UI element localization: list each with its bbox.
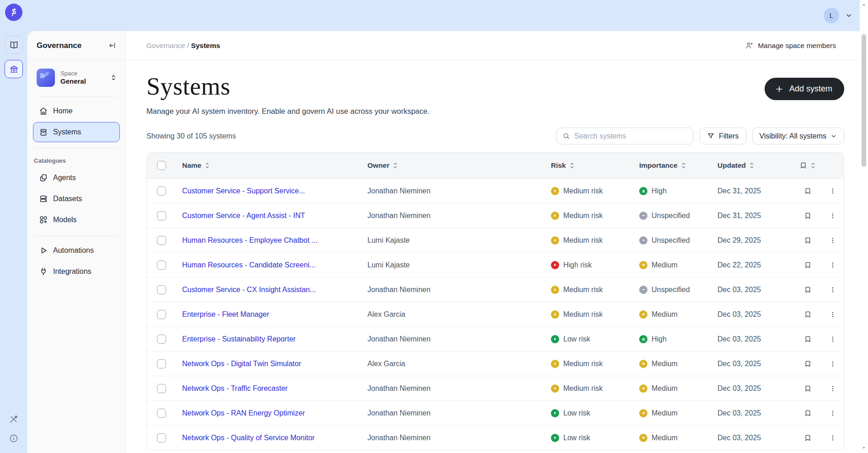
row-checkbox[interactable] (157, 187, 166, 196)
tools-icon[interactable] (9, 415, 18, 424)
column-header-importance[interactable]: Importance (639, 161, 717, 170)
user-avatar[interactable]: L (824, 8, 839, 23)
row-checkbox[interactable] (157, 335, 166, 344)
bookmark-button[interactable] (802, 234, 814, 246)
breadcrumb-parent[interactable]: Governance (146, 42, 185, 49)
search-input[interactable] (574, 132, 688, 140)
importance-badge: Unspecified (639, 286, 717, 294)
sidebar-section-catalogues: Catalogues (27, 153, 125, 168)
row-checkbox[interactable] (157, 384, 166, 393)
sidebar-item-agents[interactable]: Agents (33, 168, 120, 188)
system-name-link[interactable]: Network Ops - Traffic Forecaster (182, 384, 367, 393)
row-checkbox[interactable] (157, 261, 166, 270)
row-checkbox[interactable] (157, 359, 166, 368)
sidebar-divider (35, 235, 118, 236)
row-actions-button[interactable] (827, 333, 838, 345)
kebab-menu-icon (829, 335, 836, 343)
row-actions-button[interactable] (827, 383, 838, 394)
scrollbar-thumb[interactable] (862, 34, 866, 167)
space-switcher-chevrons-icon[interactable] (109, 73, 118, 82)
risk-medium-bolt-icon (551, 236, 559, 245)
visibility-select[interactable]: Visibility: All systems (752, 128, 844, 144)
row-actions-button[interactable] (827, 185, 838, 197)
bookmark-button[interactable] (802, 358, 814, 370)
row-checkbox[interactable] (157, 236, 166, 245)
bookmark-button[interactable] (802, 407, 814, 419)
filters-button[interactable]: Filters (700, 128, 746, 144)
column-header-updated[interactable]: Updated (717, 161, 794, 170)
sidebar-item-models[interactable]: Models (33, 210, 120, 230)
row-actions-button[interactable] (827, 309, 838, 320)
bookmark-button[interactable] (802, 333, 814, 345)
row-actions-button[interactable] (827, 407, 838, 419)
add-system-button[interactable]: Add system (765, 78, 844, 100)
system-name-link[interactable]: Enterprise - Fleet Manager (182, 310, 367, 319)
sidebar-item-automations[interactable]: Automations (33, 240, 120, 261)
bookmark-button[interactable] (802, 309, 814, 320)
column-header-risk[interactable]: Risk (551, 161, 639, 170)
column-header-bookmark[interactable] (794, 161, 821, 170)
sidebar-item-systems[interactable]: Systems (33, 122, 120, 142)
system-name-link[interactable]: Customer Service - Agent Assist - INT (182, 212, 367, 220)
column-header-name[interactable]: Name (182, 161, 367, 170)
updated-cell: Dec 03, 2025 (717, 360, 794, 368)
bookmark-button[interactable] (802, 284, 814, 296)
row-checkbox[interactable] (157, 285, 166, 294)
system-name-link[interactable]: Enterprise - Sustainability Reporter (182, 335, 367, 343)
manage-space-members-button[interactable]: Manage space members (745, 41, 836, 50)
automations-icon (39, 246, 48, 255)
bookmark-button[interactable] (802, 210, 814, 222)
space-icon (37, 69, 55, 87)
collapse-sidebar-icon[interactable] (108, 41, 117, 50)
sidebar-item-integrations[interactable]: Integrations (33, 261, 120, 282)
row-actions-button[interactable] (827, 284, 838, 296)
risk-medium-bolt-icon (551, 286, 559, 294)
account-menu-chevron-down-icon[interactable] (844, 11, 853, 20)
page-scrollbar[interactable] (860, 0, 868, 453)
bookmark-button[interactable] (802, 259, 814, 271)
sort-icon[interactable] (681, 162, 686, 169)
sort-icon[interactable] (393, 162, 398, 169)
row-checkbox[interactable] (157, 310, 166, 319)
system-name-link[interactable]: Customer Service - CX Insight Assistan..… (182, 286, 367, 294)
importance-high-icon (639, 335, 647, 343)
row-actions-button[interactable] (827, 210, 838, 222)
search-box (556, 128, 694, 144)
system-name-link[interactable]: Network Ops - Quality of Service Monitor (182, 434, 367, 442)
column-header-owner[interactable]: Owner (367, 161, 551, 170)
bookmark-button[interactable] (802, 432, 814, 444)
system-name-link[interactable]: Network Ops - Digital Twin Simulator (182, 360, 367, 368)
system-name-link[interactable]: Human Resources - Candidate Screeni... (182, 261, 367, 269)
brand-logo[interactable] (5, 4, 22, 21)
system-name-link[interactable]: Customer Service - Support Service... (182, 187, 367, 195)
row-actions-button[interactable] (827, 259, 838, 271)
sort-icon[interactable] (810, 162, 816, 169)
sort-icon[interactable] (749, 162, 755, 169)
scroll-down-arrow-icon[interactable] (861, 445, 867, 451)
bookmark-icon (804, 212, 812, 220)
sidebar-divider (35, 96, 118, 96)
sort-icon[interactable] (569, 162, 575, 169)
system-name-link[interactable]: Human Resources - Employee Chatbot ... (182, 236, 367, 245)
page-description: Manage your AI system inventory. Enable … (126, 101, 863, 116)
sidebar-item-datasets[interactable]: Datasets (33, 189, 120, 209)
row-actions-button[interactable] (827, 234, 838, 246)
row-checkbox[interactable] (157, 409, 166, 418)
row-checkbox[interactable] (157, 433, 166, 442)
info-icon[interactable] (9, 434, 18, 443)
docs-button[interactable] (5, 36, 23, 54)
row-actions-button[interactable] (827, 432, 838, 444)
governance-button[interactable] (5, 60, 23, 78)
system-name-link[interactable]: Network Ops - RAN Energy Optimizer (182, 409, 367, 417)
bookmark-button[interactable] (802, 383, 814, 394)
scroll-up-arrow-icon[interactable] (861, 2, 867, 7)
sort-icon[interactable] (205, 162, 210, 169)
bookmark-button[interactable] (802, 185, 814, 197)
space-switcher[interactable]: Space General (27, 60, 125, 94)
sidebar-item-home[interactable]: Home (33, 101, 120, 121)
kebab-menu-icon (829, 409, 836, 417)
home-icon (39, 107, 48, 116)
row-actions-button[interactable] (827, 358, 838, 370)
row-checkbox[interactable] (157, 211, 166, 220)
select-all-checkbox[interactable] (157, 161, 166, 170)
